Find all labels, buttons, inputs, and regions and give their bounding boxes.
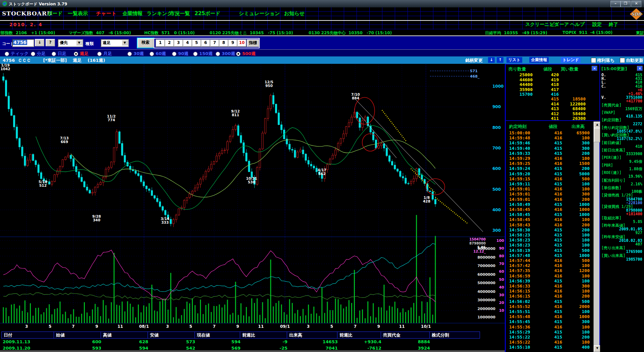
timeframe-radio-500週[interactable]: 500週: [236, 51, 256, 57]
chart-slot-button-1[interactable]: 1: [156, 39, 165, 47]
timeframe-radio-日足[interactable]: 日足: [52, 51, 66, 57]
scroll-down-icon[interactable]: ▼: [594, 345, 601, 352]
timeframe-radio-90週[interactable]: 90週: [172, 51, 189, 57]
svg-text:600: 600: [492, 166, 501, 171]
help-button[interactable]: ?: [46, 39, 55, 46]
priority-select[interactable]: 優先▼: [58, 39, 83, 47]
chart-slot-button-6[interactable]: 6: [201, 39, 210, 47]
company-info-button[interactable]: 企業情報: [529, 57, 549, 63]
trade-row: 14:56:33416300: [506, 283, 599, 289]
radio-icon[interactable]: [150, 52, 154, 56]
table-cell[interactable]: +930.4: [337, 339, 381, 345]
radio-icon[interactable]: [172, 52, 176, 56]
close-icon[interactable]: ×: [592, 66, 597, 71]
radio-icon[interactable]: [74, 52, 78, 56]
quote-info-row: 3333900: [601, 151, 642, 155]
close-button[interactable]: ✕: [631, 1, 641, 7]
trade-scrollbar[interactable]: ▲ ▼: [593, 122, 599, 352]
chart-slot-button-4[interactable]: 4: [183, 39, 192, 47]
timeframe-radio-ティック[interactable]: ティック: [5, 51, 29, 57]
menu-item-ビューア[interactable]: ビューア: [550, 21, 569, 28]
table-cell[interactable]: 600: [54, 339, 101, 345]
svg-text:4000000: 4000000: [477, 290, 495, 294]
ex-rights-checkbox[interactable]: [591, 58, 596, 63]
table-header-出来高: 出来高: [287, 332, 339, 339]
quote-info-row: [PER(連)]: [601, 155, 642, 159]
radio-icon[interactable]: [193, 52, 198, 56]
timeframe-select[interactable]: 週足▼: [101, 39, 129, 47]
indicator-button[interactable]: 指標: [247, 39, 259, 47]
timeframe-radio-150週[interactable]: 150週: [193, 51, 213, 57]
restore-button[interactable]: ❐: [621, 1, 631, 7]
menu-item-チャート[interactable]: チャート: [96, 10, 116, 17]
chevron-down-icon[interactable]: ▼: [122, 40, 128, 45]
auto-update-checkbox[interactable]: [620, 58, 625, 63]
menu-item-シミュレーション[interactable]: シミュレーション: [239, 10, 280, 17]
svg-text:12.12_: 12.12_: [473, 250, 486, 254]
quote-info-row: 1085(47.8%): [601, 129, 642, 133]
prev-stock-button[interactable]: ↓: [488, 57, 495, 63]
radio-icon[interactable]: [216, 52, 220, 56]
chart-slot-button-7[interactable]: 7: [210, 39, 219, 47]
table-cell[interactable]: 573: [148, 339, 195, 345]
next-stock-button[interactable]: ↑: [497, 57, 503, 63]
trade-row: 14:58:45416100: [506, 217, 599, 222]
table-cell[interactable]: 594: [195, 339, 240, 345]
code-input[interactable]: 4756: [12, 39, 34, 47]
menu-bar: STOCKBOARD ボード一覧表示チャート企業情報ランキング市況一覧225ボー…: [0, 7, 644, 30]
chart-slot-button-8[interactable]: 8: [219, 39, 228, 47]
table-cell[interactable]: 14653: [287, 339, 338, 345]
timeframe-radio-月足[interactable]: 月足: [97, 51, 112, 57]
radio-icon[interactable]: [97, 52, 102, 56]
chart-slot-button-9[interactable]: 9: [228, 39, 237, 47]
quote-info-row: [貸借売残 1/29]: [601, 193, 642, 196]
trade-row: 14:58:23415100: [506, 232, 599, 237]
chart-slot-button-3[interactable]: 3: [174, 39, 183, 47]
list-button[interactable]: リスト: [506, 57, 522, 63]
table-cell[interactable]: 2009.11.13: [1, 339, 54, 345]
timeframe-radio-分足[interactable]: 分足: [31, 51, 46, 57]
timeframe-radio-30週[interactable]: 30週: [127, 51, 144, 57]
trade-row: 14:58:43416200: [506, 222, 599, 227]
menu-item-終了[interactable]: 終了: [609, 21, 618, 28]
timeframe-radio-週足[interactable]: 週足: [74, 51, 89, 57]
menu-item-ヘルプ[interactable]: ヘルプ: [570, 21, 585, 28]
scrollbar-thumb[interactable]: [594, 128, 601, 142]
chevron-down-icon[interactable]: ▼: [76, 40, 82, 45]
scroll-up-icon[interactable]: ▲: [594, 122, 601, 128]
code-down-button[interactable]: ↓: [35, 39, 44, 46]
menu-item-ランキング[interactable]: ランキング: [147, 10, 172, 17]
timeframe-radio-300週[interactable]: 300週: [216, 51, 235, 57]
radio-icon[interactable]: [5, 52, 9, 56]
menu-item-設定[interactable]: 設定: [592, 21, 602, 28]
chart-slot-button-2[interactable]: 2: [165, 39, 174, 47]
table-cell[interactable]: 628: [101, 339, 148, 345]
timeframe-radio-60週[interactable]: 60週: [150, 51, 166, 57]
menu-item-市況一覧[interactable]: 市況一覧: [170, 10, 190, 17]
close-icon[interactable]: ×: [637, 66, 643, 71]
svg-text:1504700: 1504700: [469, 237, 486, 241]
svg-text:7: 7: [354, 324, 357, 329]
menu-item-企業情報[interactable]: 企業情報: [122, 10, 143, 17]
minimize-button[interactable]: –: [610, 1, 621, 7]
menu-item-一覧表示[interactable]: 一覧表示: [68, 10, 88, 17]
svg-text:1000: 1000: [492, 84, 503, 89]
radio-icon[interactable]: [127, 52, 132, 56]
radio-icon[interactable]: [52, 52, 56, 56]
table-cell[interactable]: -9: [240, 339, 287, 345]
radio-icon[interactable]: [236, 52, 240, 56]
svg-text:5: 5: [330, 324, 333, 329]
stockboard-logo: STOCKBOARD: [2, 10, 52, 17]
svg-text:11: 11: [117, 324, 123, 329]
search-button[interactable]: 検索: [138, 38, 154, 48]
menu-item-お知らせ[interactable]: お知らせ: [284, 10, 305, 17]
trend-button[interactable]: トレンド: [561, 57, 581, 63]
radio-icon[interactable]: [31, 52, 35, 56]
chart-slot-button-5[interactable]: 5: [192, 39, 201, 47]
menu-item-225ボード[interactable]: 225ボード: [195, 10, 220, 17]
menu-item-ボード[interactable]: ボード: [47, 10, 63, 17]
quote-info-row: C.416: [601, 84, 642, 88]
table-cell[interactable]: 8884: [381, 339, 430, 345]
chart-slot-button-10[interactable]: 10: [237, 39, 247, 47]
trade-row: 14:59:24415200: [506, 166, 599, 171]
